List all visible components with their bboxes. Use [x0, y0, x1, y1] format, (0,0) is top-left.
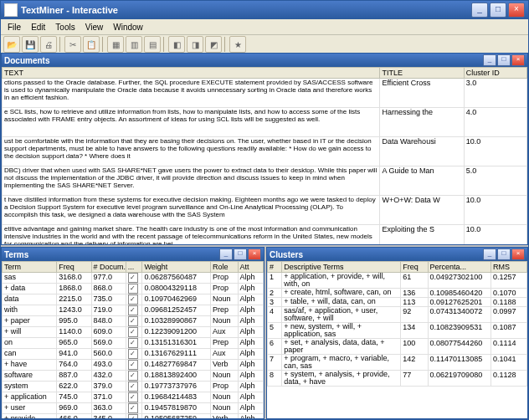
table-row[interactable]: sas3168.0977.0✓0.06287560487PropAlph — [3, 273, 264, 284]
toolbar-cut-icon[interactable]: ✂ — [64, 36, 81, 53]
table-row[interactable]: data2215.0735.0✓0.10970462969NounAlph — [3, 295, 264, 305]
cell-chk[interactable]: ✓ — [126, 382, 142, 392]
table-row[interactable]: DBC) driver that when used with SAS SHAR… — [3, 166, 527, 196]
tcol-freq[interactable]: Freq — [57, 262, 91, 273]
menu-edit[interactable]: Edit — [26, 21, 50, 33]
table-row[interactable]: on965.0569.0✓0.13151316301PrepAlph — [3, 338, 264, 349]
ccol-freq[interactable]: Freq — [401, 262, 428, 273]
table-row[interactable]: 6+ set, + analysis, data, data, + paper1… — [268, 339, 527, 355]
tcol-weight[interactable]: Weight — [142, 262, 211, 273]
cell-chk[interactable]: ✓ — [126, 414, 142, 419]
table-row[interactable]: 7+ program, + macro, + variable, can, sa… — [268, 355, 527, 371]
cell-chk[interactable]: ✓ — [126, 349, 142, 360]
table-row[interactable]: + application745.0371.0✓0.19684214483Nou… — [3, 392, 264, 403]
toolbar-btn5[interactable]: ◨ — [187, 36, 203, 53]
table-row[interactable]: + provide466.0345.0✓0.19505687259VerbAlp… — [3, 414, 264, 419]
minimize-button[interactable]: _ — [471, 3, 488, 18]
table-row[interactable]: can941.0560.0✓0.13167629111AuxAlph — [3, 349, 264, 360]
toolbar-btn6[interactable]: ◩ — [205, 36, 222, 53]
terms-window: Terms _ □ × Term Freq # Docum... ... Wei… — [1, 247, 264, 419]
documents-max[interactable]: □ — [497, 54, 511, 66]
cell-desc: + system, + analysis, + provide, data, +… — [282, 371, 401, 387]
col-text[interactable]: TEXT — [3, 68, 380, 79]
cell-chk[interactable]: ✓ — [126, 295, 142, 305]
table-row[interactable]: software887.0432.0✓0.18813892400NounAlph — [3, 371, 264, 382]
col-clusterid[interactable]: Cluster ID — [464, 68, 526, 79]
tcol-chk[interactable]: ... — [126, 262, 142, 273]
terms-min[interactable]: _ — [219, 248, 233, 260]
clusters-table[interactable]: # Descriptive Terms Freq Percenta... RMS… — [267, 261, 527, 387]
toolbar-btn3[interactable]: ▤ — [144, 36, 161, 53]
close-button[interactable]: × — [508, 3, 525, 18]
clusters-close[interactable]: × — [511, 248, 525, 260]
documents-table[interactable]: TEXT TITLE Cluster ID ctions passed to t… — [2, 67, 527, 244]
col-title[interactable]: TITLE — [380, 68, 464, 79]
cell-role: Noun — [210, 371, 238, 382]
table-row[interactable]: with1243.0719.0✓0.09681252457PrepAlph — [3, 305, 264, 316]
tcol-att[interactable]: Att — [238, 262, 263, 273]
cell-chk[interactable]: ✓ — [126, 273, 142, 284]
cell-cid: 10.0 — [464, 225, 526, 245]
table-row[interactable]: etitive advantage and gaining market sha… — [3, 225, 527, 245]
table-row[interactable]: 5+ new, system, + will, + application, s… — [268, 323, 527, 339]
menu-window[interactable]: Window — [108, 21, 148, 33]
cell-cid: 5.0 — [464, 166, 526, 196]
cell-chk[interactable]: ✓ — [126, 284, 142, 295]
toolbar-open-icon[interactable]: 📂 — [3, 36, 20, 53]
cell-att: Alph — [238, 305, 263, 316]
table-row[interactable]: + user969.0363.0✓0.19457819870NounAlph — [3, 403, 264, 414]
table-row[interactable]: 8+ system, + analysis, + provide, data, … — [268, 371, 527, 387]
table-row[interactable]: 4sas/af, + application, + user, software… — [268, 307, 527, 323]
cell-cid: 10.0 — [464, 196, 526, 225]
cell-chk[interactable]: ✓ — [126, 403, 142, 414]
toolbar: 📂 💾 🖨 ✂ 📋 ▦ ▥ ▤ ◧ ◨ ◩ ★ — [1, 35, 528, 54]
table-row[interactable]: + paper995.0848.0✓0.10328990867NounAlph — [3, 316, 264, 327]
documents-min[interactable]: _ — [483, 54, 496, 66]
terms-table[interactable]: Term Freq # Docum... ... Weight Role Att… — [2, 261, 264, 418]
table-row[interactable]: e SCL lists, how to retrieve and utilize… — [3, 108, 527, 137]
toolbar-print-icon[interactable]: 🖨 — [40, 36, 57, 53]
documents-close[interactable]: × — [511, 54, 525, 66]
ccol-desc[interactable]: Descriptive Terms — [282, 262, 401, 273]
maximize-button[interactable]: □ — [490, 3, 506, 18]
toolbar-btn4[interactable]: ◧ — [168, 36, 185, 53]
clusters-window: Clusters _ □ × # Descriptive Terms Freq … — [266, 247, 528, 419]
menu-file[interactable]: File — [3, 21, 26, 33]
tcol-docs[interactable]: # Docum... — [91, 262, 126, 273]
table-row[interactable]: + data1868.0868.0✓0.08004329118PropAlph — [3, 284, 264, 295]
clusters-max[interactable]: □ — [497, 248, 511, 260]
clusters-min[interactable]: _ — [483, 248, 496, 260]
terms-close[interactable]: × — [248, 248, 261, 260]
cell-chk[interactable]: ✓ — [126, 360, 142, 371]
table-row[interactable]: 1+ application, + provide, + will, with,… — [268, 273, 527, 289]
table-row[interactable]: 3+ table, + will, data, can, on1130.0912… — [268, 298, 527, 307]
table-row[interactable]: + will1140.0609.0✓0.12239091200AuxAlph — [3, 327, 264, 338]
toolbar-save-icon[interactable]: 💾 — [22, 36, 39, 53]
table-row[interactable]: system622.0379.0✓0.19773737976PropAlph — [3, 382, 264, 392]
ccol-perc[interactable]: Percenta... — [428, 262, 490, 273]
toolbar-btn7[interactable]: ★ — [229, 36, 246, 53]
toolbar-btn1[interactable]: ▦ — [107, 36, 124, 53]
toolbar-btn2[interactable]: ▥ — [126, 36, 142, 53]
menu-view[interactable]: View — [80, 21, 109, 33]
table-row[interactable]: 2+ create, html, software, can, on1360.1… — [268, 289, 527, 298]
cell-chk[interactable]: ✓ — [126, 305, 142, 316]
cell-chk[interactable]: ✓ — [126, 338, 142, 349]
ccol-rms[interactable]: RMS — [490, 262, 526, 273]
cell-text: ctions passed to the Oracle database. Fu… — [3, 79, 380, 108]
table-row[interactable]: ctions passed to the Oracle database. Fu… — [3, 79, 527, 108]
terms-max[interactable]: □ — [234, 248, 247, 260]
tcol-term[interactable]: Term — [3, 262, 57, 273]
toolbar-copy-icon[interactable]: 📋 — [83, 36, 100, 53]
menu-tools[interactable]: Tools — [50, 21, 80, 33]
table-row[interactable]: t have distilled information from these … — [3, 196, 527, 225]
table-row[interactable]: ust be comfortable with the information … — [3, 137, 527, 166]
cell-chk[interactable]: ✓ — [126, 392, 142, 403]
table-row[interactable]: + have764.0493.0✓0.14827769847VerbAlph — [3, 360, 264, 371]
cell-rms: 0.0997 — [490, 307, 526, 323]
cell-chk[interactable]: ✓ — [126, 327, 142, 338]
cell-chk[interactable]: ✓ — [126, 371, 142, 382]
tcol-role[interactable]: Role — [210, 262, 238, 273]
cell-chk[interactable]: ✓ — [126, 316, 142, 327]
ccol-num[interactable]: # — [268, 262, 282, 273]
